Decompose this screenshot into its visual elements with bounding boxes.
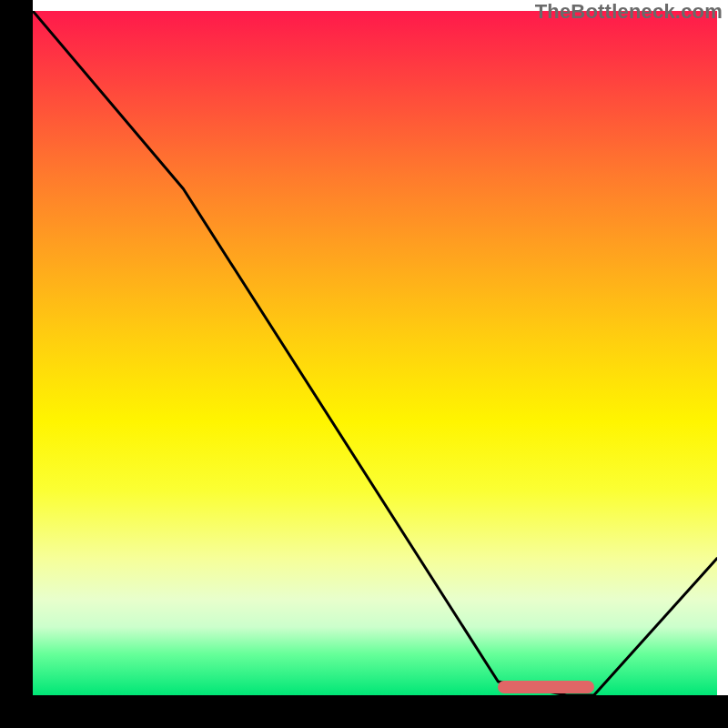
axis-left-spine <box>0 0 33 728</box>
axis-bottom-spine <box>0 695 728 728</box>
curve-layer <box>33 11 717 695</box>
sweet-spot-marker <box>498 681 593 693</box>
bottleneck-curve <box>33 11 717 695</box>
watermark-text: TheBottleneck.com <box>535 0 723 24</box>
chart-canvas: TheBottleneck.com <box>0 0 728 728</box>
plot-area <box>33 11 717 695</box>
